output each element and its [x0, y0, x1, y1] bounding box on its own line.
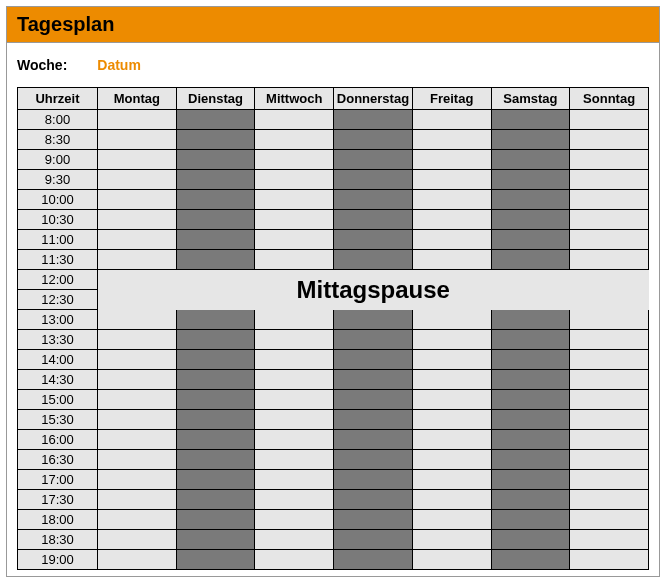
schedule-cell	[412, 530, 491, 550]
schedule-cell	[491, 370, 570, 390]
schedule-cell	[412, 190, 491, 210]
schedule-cell	[176, 190, 255, 210]
schedule-cell	[176, 470, 255, 490]
time-cell: 12:30	[18, 290, 98, 310]
schedule-cell	[98, 150, 177, 170]
schedule-cell	[491, 210, 570, 230]
table-row: 15:00	[18, 390, 649, 410]
schedule-cell	[98, 470, 177, 490]
schedule-cell	[176, 410, 255, 430]
schedule-cell	[255, 410, 334, 430]
table-row: 11:30	[18, 250, 649, 270]
schedule-cell	[491, 410, 570, 430]
time-cell: 14:30	[18, 370, 98, 390]
schedule-cell	[491, 450, 570, 470]
schedule-cell	[570, 490, 649, 510]
schedule-cell	[570, 130, 649, 150]
schedule-cell	[570, 450, 649, 470]
schedule-cell	[98, 410, 177, 430]
col-header-day: Freitag	[412, 88, 491, 110]
schedule-cell	[570, 470, 649, 490]
schedule-cell	[334, 430, 413, 450]
schedule-cell	[334, 330, 413, 350]
schedule-frame: Tagesplan Woche: Datum UhrzeitMontagDien…	[6, 6, 660, 577]
schedule-cell	[570, 510, 649, 530]
schedule-cell	[255, 170, 334, 190]
time-cell: 18:00	[18, 510, 98, 530]
table-row: 8:00	[18, 110, 649, 130]
schedule-table: UhrzeitMontagDienstagMittwochDonnerstagF…	[17, 87, 649, 570]
week-label: Woche:	[17, 57, 67, 73]
table-header-row: UhrzeitMontagDienstagMittwochDonnerstagF…	[18, 88, 649, 110]
schedule-cell	[491, 550, 570, 570]
schedule-cell	[176, 450, 255, 470]
table-row: 17:00	[18, 470, 649, 490]
schedule-cell	[176, 290, 255, 310]
schedule-cell	[98, 490, 177, 510]
schedule-cell	[412, 390, 491, 410]
schedule-cell	[334, 130, 413, 150]
schedule-cell	[412, 110, 491, 130]
schedule-cell	[570, 370, 649, 390]
schedule-cell	[412, 270, 491, 290]
schedule-cell	[176, 250, 255, 270]
schedule-cell	[334, 350, 413, 370]
schedule-cell	[98, 130, 177, 150]
schedule-cell	[98, 250, 177, 270]
table-row: 15:30	[18, 410, 649, 430]
time-cell: 9:00	[18, 150, 98, 170]
schedule-cell	[176, 490, 255, 510]
time-cell: 10:00	[18, 190, 98, 210]
schedule-cell	[334, 450, 413, 470]
time-cell: 19:00	[18, 550, 98, 570]
week-value: Datum	[97, 57, 141, 73]
schedule-cell	[255, 470, 334, 490]
schedule-cell	[570, 170, 649, 190]
schedule-cell	[412, 490, 491, 510]
schedule-cell	[98, 350, 177, 370]
schedule-cell	[334, 150, 413, 170]
time-cell: 8:30	[18, 130, 98, 150]
time-cell: 12:00	[18, 270, 98, 290]
table-row: 12:30	[18, 290, 649, 310]
schedule-cell	[491, 470, 570, 490]
schedule-cell	[491, 330, 570, 350]
schedule-cell	[491, 390, 570, 410]
schedule-cell	[255, 310, 334, 330]
time-cell: 13:30	[18, 330, 98, 350]
table-row: 17:30	[18, 490, 649, 510]
schedule-cell	[570, 530, 649, 550]
schedule-cell	[334, 230, 413, 250]
schedule-cell	[255, 150, 334, 170]
schedule-cell	[412, 410, 491, 430]
schedule-cell	[98, 110, 177, 130]
schedule-cell	[255, 390, 334, 410]
table-row: 16:30	[18, 450, 649, 470]
col-header-day: Donnerstag	[334, 88, 413, 110]
schedule-cell	[255, 330, 334, 350]
schedule-cell	[570, 550, 649, 570]
table-row: 14:30	[18, 370, 649, 390]
schedule-cell	[491, 430, 570, 450]
schedule-cell	[570, 150, 649, 170]
table-row: 16:00	[18, 430, 649, 450]
col-header-day: Mittwoch	[255, 88, 334, 110]
schedule-cell	[176, 310, 255, 330]
schedule-cell	[98, 330, 177, 350]
table-row: 9:00	[18, 150, 649, 170]
schedule-cell	[570, 350, 649, 370]
table-row: 13:00	[18, 310, 649, 330]
schedule-cell	[570, 110, 649, 130]
schedule-cell	[491, 490, 570, 510]
schedule-cell	[570, 230, 649, 250]
time-cell: 15:00	[18, 390, 98, 410]
schedule-cell	[98, 530, 177, 550]
schedule-cell	[491, 510, 570, 530]
schedule-cell	[176, 550, 255, 570]
schedule-cell	[176, 390, 255, 410]
schedule-cell	[98, 310, 177, 330]
schedule-cell	[570, 430, 649, 450]
schedule-cell	[98, 390, 177, 410]
col-header-day: Montag	[98, 88, 177, 110]
schedule-cell	[255, 450, 334, 470]
